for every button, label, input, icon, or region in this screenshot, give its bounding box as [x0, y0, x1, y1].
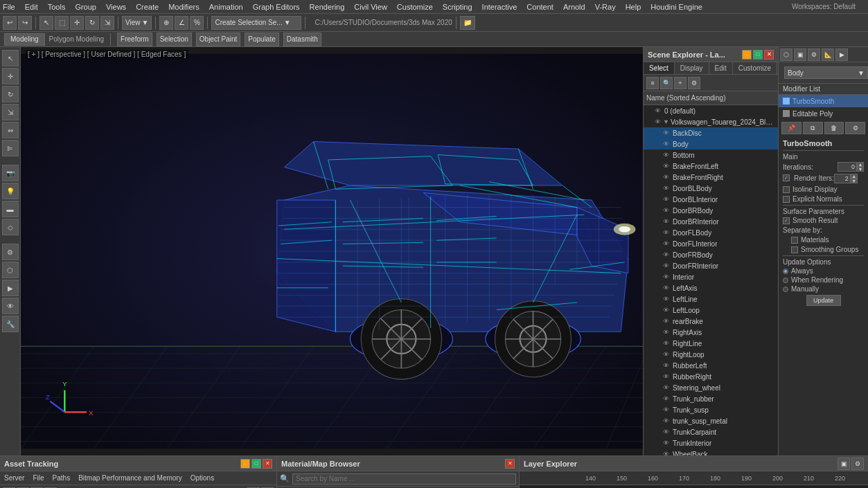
scene-add-btn[interactable]: + [674, 77, 687, 89]
eye-icon[interactable]: 👁 [655, 118, 663, 125]
menu-item-rendering[interactable]: Rendering [310, 3, 345, 11]
freeform-tab[interactable]: Freeform [117, 33, 152, 46]
menu-item-interactive[interactable]: Interactive [482, 3, 517, 11]
update-btn[interactable]: Update [806, 295, 841, 306]
rotate-btn[interactable]: ↻ [85, 16, 99, 30]
eye-icon[interactable]: 👁 [663, 373, 673, 380]
eye-icon[interactable]: 👁 [663, 174, 673, 181]
scene-item-brakefrontleft[interactable]: 👁 BrakeFrontLeft [644, 161, 778, 172]
layer-btn2[interactable]: ⚙ [851, 458, 864, 470]
menu-item-group[interactable]: Group [75, 3, 96, 11]
percent-snap-btn[interactable]: % [190, 16, 204, 30]
menu-item-modifiers[interactable]: Modifiers [168, 3, 200, 11]
layer-btn1[interactable]: ▣ [838, 458, 850, 470]
scene-item-doorblinterior[interactable]: 👁 DoorBLInterior [644, 194, 778, 205]
mod-copy-btn[interactable]: ⧉ [803, 122, 823, 134]
tab-customize[interactable]: Customize [733, 62, 777, 74]
menu-item-tools[interactable]: Tools [48, 3, 66, 11]
scene-item-rightline[interactable]: 👁 RightLine [644, 338, 778, 349]
scene-item-body[interactable]: 👁 Body [644, 138, 778, 150]
scene-item-doorblbody[interactable]: 👁 DoorBLBody [644, 183, 778, 194]
smooth-row[interactable]: ✓ Smooth Result [783, 217, 864, 224]
eye-icon[interactable]: 👁 [663, 329, 673, 336]
menu-item-vray[interactable]: V-Ray [595, 3, 616, 11]
utilities-tool[interactable]: 🔧 [2, 316, 19, 332]
eye-icon[interactable]: 👁 [663, 318, 673, 325]
eye-icon[interactable]: 👁 [663, 251, 673, 258]
always-radio-dot[interactable] [783, 269, 788, 274]
asset-menu-options[interactable]: Options [191, 474, 214, 482]
geometry-tool[interactable]: ▬ [2, 201, 19, 217]
scene-item-interior[interactable]: 👁 Interior [644, 271, 778, 282]
render-radio[interactable]: When Rendering [783, 276, 864, 284]
asset-menu-server[interactable]: Server [4, 474, 24, 482]
modifier-item-turbosmooth[interactable]: TurboSmooth [779, 95, 868, 107]
menu-item-edit[interactable]: Edit [25, 3, 38, 11]
eye-icon[interactable]: 👁 [663, 218, 673, 225]
eye-icon[interactable]: 👁 [663, 307, 673, 314]
renderiter-down[interactable]: ▼ [851, 179, 858, 183]
renderiter-up[interactable]: ▲ [851, 174, 858, 179]
eye-icon[interactable]: 👁 [663, 296, 673, 302]
viewport[interactable]: [ + ] [ Perspective ] [ User Defined ] [… [21, 47, 643, 455]
scene-item-doorfrbody[interactable]: 👁 DoorFRBody [644, 249, 778, 260]
scene-item-doorbrbody[interactable]: 👁 DoorBRBody [644, 205, 778, 216]
scene-item-doorflbody[interactable]: 👁 DoorFLBody [644, 227, 778, 238]
motion-tool[interactable]: ▶ [2, 280, 19, 296]
render-radio-dot[interactable] [783, 278, 788, 283]
menu-item-customize[interactable]: Customize [397, 3, 433, 11]
explicit-row[interactable]: Explicit Normals [783, 195, 864, 203]
light-tool[interactable]: 💡 [2, 183, 19, 199]
mod-delete-btn[interactable]: 🗑 [824, 122, 844, 134]
asset-close-btn[interactable]: ✕ [263, 459, 272, 469]
materials-checkbox[interactable] [791, 237, 798, 244]
iterations-up[interactable]: ▲ [857, 162, 864, 167]
smoothing-row[interactable]: Smoothing Groups [783, 246, 864, 253]
mod-config-btn[interactable]: ⚙ [845, 122, 865, 134]
view-dropdown[interactable]: View▼ [122, 16, 152, 30]
move-tool[interactable]: ✛ [2, 68, 19, 84]
scene-item-doorfrinterior[interactable]: 👁 DoorFRInterior [644, 260, 778, 271]
scene-item-backdisc[interactable]: 👁 BackDisc [644, 127, 778, 138]
eye-icon[interactable]: 👁 [663, 129, 673, 136]
iterations-input[interactable] [838, 162, 857, 172]
scene-item-rightloop[interactable]: 👁 RightLoop [644, 349, 778, 360]
scene-item-leftaxis[interactable]: 👁 LeftAxis [644, 282, 778, 293]
scene-item-steering[interactable]: 👁 Steering_wheel [644, 382, 778, 393]
display-tool[interactable]: 👁 [2, 298, 19, 314]
eye-icon[interactable]: 👁 [663, 362, 673, 369]
eye-icon[interactable]: 👁 [663, 163, 673, 170]
open-scene-btn[interactable]: 📁 [460, 16, 475, 30]
move-btn[interactable]: ✛ [70, 16, 84, 30]
tab-display[interactable]: Display [675, 62, 709, 74]
isoline-checkbox[interactable] [783, 186, 790, 193]
eye-icon[interactable]: 👁 [663, 229, 673, 236]
menu-item-file[interactable]: File [3, 3, 15, 11]
modifier-item-editablepoly[interactable]: Editable Poly [779, 107, 868, 120]
material-search-input[interactable] [292, 473, 516, 485]
iterations-down[interactable]: ▼ [857, 167, 864, 172]
material-close-btn[interactable]: ✕ [505, 459, 515, 469]
datasmith-tab[interactable]: Datasmith [283, 33, 321, 46]
eye-icon[interactable]: 👁 [663, 395, 673, 402]
select-btn[interactable]: ↖ [39, 16, 53, 30]
scene-maximize-btn[interactable]: □ [753, 50, 763, 60]
scene-close-btn[interactable]: ✕ [764, 50, 774, 60]
scene-minimize-btn[interactable]: - [742, 50, 752, 60]
eye-icon[interactable]: 👁 [663, 440, 673, 446]
renderiter-input[interactable] [834, 174, 851, 183]
scene-item-rightaxis[interactable]: 👁 RightAxis [644, 327, 778, 338]
scene-item-bottom[interactable]: 👁 Bottom [644, 150, 778, 161]
menu-item-animation[interactable]: Animation [209, 3, 243, 11]
modify-tool[interactable]: ⚙ [2, 244, 19, 260]
explicit-checkbox[interactable] [783, 196, 790, 203]
scene-item-wheelback[interactable]: 👁 WheelBack [644, 449, 778, 455]
tab-select[interactable]: Select [644, 62, 675, 74]
eye-icon[interactable]: 👁 [663, 141, 673, 147]
scene-item-rubberleft[interactable]: 👁 RubberLeft [644, 360, 778, 371]
eye-icon[interactable]: 👁 [663, 273, 673, 280]
select-region-btn[interactable]: ⬚ [55, 16, 69, 30]
eye-icon[interactable]: 👁 [663, 406, 673, 413]
mod-icon1[interactable]: ⬡ [780, 48, 792, 61]
angle-snap-btn[interactable]: ∠ [175, 16, 188, 30]
